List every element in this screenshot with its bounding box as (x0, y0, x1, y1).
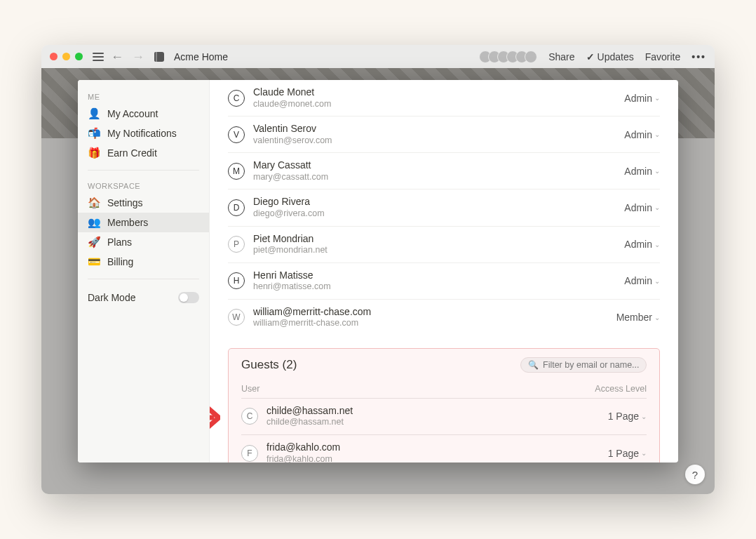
member-role-select[interactable]: Admin⌄ (624, 166, 660, 177)
rocket-icon: 🚀 (88, 236, 100, 248)
member-row: MMary Cassattmary@cassatt.comAdmin⌄ (228, 153, 660, 189)
member-info: Valentin Serovvalentin@serov.com (253, 123, 332, 146)
sidebar-item-label: Plans (107, 237, 132, 248)
sidebar-item-label: Earn Credit (107, 147, 157, 159)
guest-info: childe@hassam.netchilde@hassam.net (266, 405, 353, 428)
sidebar-item-billing[interactable]: 💳 Billing (78, 252, 209, 272)
member-name: Diego Rivera (253, 196, 325, 208)
guest-access: 1 Page (608, 411, 639, 422)
col-access: Access Level (595, 384, 647, 394)
close-dot-icon[interactable] (50, 53, 58, 60)
dark-mode-toggle[interactable] (178, 292, 199, 303)
member-email: valentin@serov.com (253, 135, 332, 147)
more-menu-icon[interactable]: ••• (691, 51, 706, 62)
avatar: C (241, 408, 258, 425)
traffic-lights[interactable] (50, 53, 83, 60)
member-role: Admin (624, 93, 652, 104)
guest-access-select[interactable]: 1 Page⌄ (608, 411, 647, 422)
members-list: CClaude Monetclaude@monet.comAdmin⌄VVale… (228, 80, 660, 335)
account-icon: 👤 (88, 107, 100, 120)
callout-arrow-icon (210, 404, 220, 432)
member-row: DDiego Riveradiego@rivera.comAdmin⌄ (228, 189, 660, 226)
settings-sidebar: ME 👤 My Account 📬 My Notifications 🎁 Ear… (78, 80, 210, 463)
member-name: william@merritt-chase.com (253, 306, 371, 319)
member-email: henri@matisse.com (253, 281, 331, 293)
breadcrumb-title[interactable]: Acme Home (174, 51, 228, 62)
share-button[interactable]: Share (548, 51, 574, 62)
avatar: P (228, 236, 245, 253)
member-row: PPiet Mondrianpiet@mondrian.netAdmin⌄ (228, 227, 660, 263)
favorite-button[interactable]: Favorite (645, 51, 681, 62)
sidebar-item-earn-credit[interactable]: 🎁 Earn Credit (78, 143, 209, 163)
member-row: HHenri Matissehenri@matisse.comAdmin⌄ (228, 263, 660, 300)
guest-access-select[interactable]: 1 Page⌄ (608, 448, 647, 459)
avatar: W (228, 309, 245, 326)
chevron-down-icon: ⌄ (654, 204, 660, 211)
guests-section: Guests (2) 🔍 User Access Level Cchilde@h… (228, 348, 660, 463)
member-role-select[interactable]: Admin⌄ (624, 239, 660, 250)
chevron-down-icon: ⌄ (641, 413, 647, 420)
member-role: Admin (624, 202, 652, 213)
guests-columns: User Access Level (241, 380, 647, 399)
member-role-select[interactable]: Admin⌄ (624, 202, 660, 213)
chevron-down-icon: ⌄ (654, 241, 660, 248)
members-panel: CClaude Monetclaude@monet.comAdmin⌄VVale… (210, 80, 678, 463)
back-arrow-icon[interactable]: ← (109, 51, 125, 63)
member-email: william@merritt-chase.com (253, 318, 371, 329)
avatar: M (228, 163, 245, 180)
search-icon: 🔍 (528, 360, 539, 370)
guest-email: childe@hassam.net (266, 417, 353, 428)
member-name: Piet Mondrian (253, 233, 328, 246)
member-role-select[interactable]: Admin⌄ (624, 93, 660, 104)
avatar: F (241, 445, 258, 462)
zoom-dot-icon[interactable] (75, 53, 83, 60)
sidebar-heading-me: ME (78, 88, 209, 104)
chevron-down-icon: ⌄ (654, 167, 660, 175)
member-name: Mary Cassatt (253, 159, 328, 172)
sidebar-separator (88, 170, 199, 171)
help-button[interactable]: ? (685, 465, 705, 484)
hamburger-icon[interactable] (93, 53, 104, 61)
member-row: Wwilliam@merritt-chase.comwilliam@merrit… (228, 300, 660, 335)
member-info: Mary Cassattmary@cassatt.com (253, 159, 328, 182)
people-icon: 👥 (88, 216, 100, 229)
sidebar-item-members[interactable]: 👥 Members (78, 213, 209, 232)
updates-button[interactable]: Updates (586, 51, 634, 62)
member-info: Claude Monetclaude@monet.com (253, 86, 331, 109)
member-email: mary@cassatt.com (253, 172, 328, 183)
sidebar-item-my-notifications[interactable]: 📬 My Notifications (78, 124, 209, 143)
guest-info: frida@kahlo.comfrida@kahlo.com (266, 441, 340, 463)
sidebar-separator (88, 279, 199, 279)
notifications-icon: 📬 (88, 127, 100, 140)
member-role: Admin (624, 239, 652, 250)
dark-mode-row: Dark Mode (78, 286, 209, 309)
guests-filter[interactable]: 🔍 (520, 357, 647, 373)
sidebar-item-settings[interactable]: 🏠 Settings (78, 193, 209, 213)
member-role-select[interactable]: Admin⌄ (624, 129, 660, 140)
sidebar-item-label: My Notifications (107, 128, 177, 139)
sidebar-item-my-account[interactable]: 👤 My Account (78, 104, 209, 124)
avatar: C (228, 90, 245, 107)
member-name: Henri Matisse (253, 270, 331, 282)
sidebar-item-label: My Account (107, 108, 158, 119)
dark-mode-label: Dark Mode (88, 292, 135, 303)
sidebar-item-plans[interactable]: 🚀 Plans (78, 232, 209, 252)
chevron-down-icon: ⌄ (654, 314, 660, 321)
member-name: Claude Monet (253, 86, 331, 99)
guest-name: frida@kahlo.com (266, 441, 340, 454)
member-role-select[interactable]: Admin⌄ (624, 275, 660, 286)
presence-avatars[interactable] (479, 51, 537, 63)
card-icon: 💳 (88, 255, 100, 268)
sidebar-item-label: Billing (107, 256, 133, 267)
guests-list: Cchilde@hassam.netchilde@hassam.net1 Pag… (241, 399, 647, 463)
avatar: H (228, 272, 245, 289)
col-user: User (241, 384, 259, 394)
chevron-down-icon: ⌄ (641, 449, 647, 457)
member-row: CClaude Monetclaude@monet.comAdmin⌄ (228, 80, 660, 117)
guest-name: childe@hassam.net (266, 405, 353, 418)
minimize-dot-icon[interactable] (62, 53, 70, 60)
member-role-select[interactable]: Member⌄ (616, 312, 660, 323)
forward-arrow-icon[interactable]: → (130, 51, 146, 63)
guests-filter-input[interactable] (543, 360, 639, 370)
guest-row: Ffrida@kahlo.comfrida@kahlo.com1 Page⌄ (241, 435, 647, 463)
